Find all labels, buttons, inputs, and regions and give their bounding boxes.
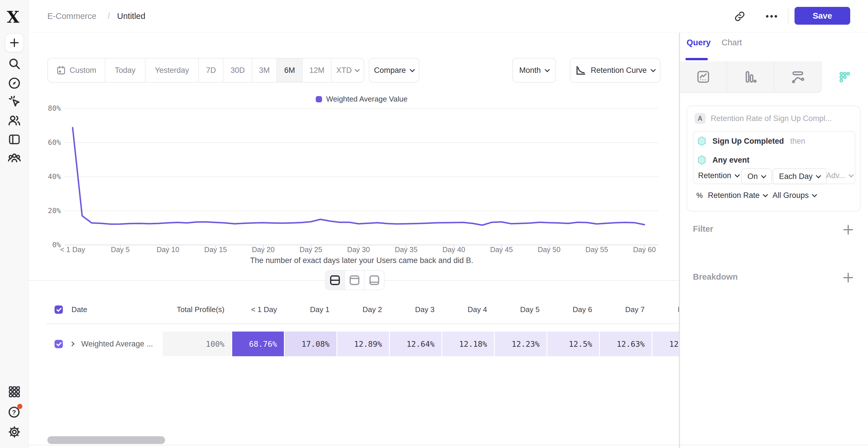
tab-chart[interactable]: Chart (722, 38, 742, 47)
y-axis-tick-label: 20% (29, 207, 61, 215)
criteria-dropdown[interactable]: Retention (698, 171, 739, 180)
help-icon[interactable]: ? (7, 405, 21, 419)
toggle-split-view[interactable] (326, 271, 345, 290)
on-dropdown[interactable]: On (741, 168, 772, 184)
range-label: XTD (336, 66, 352, 75)
compare-button[interactable]: Compare (369, 58, 420, 82)
then-label: then (790, 137, 805, 146)
retention-value-cell[interactable]: 12.63% (600, 332, 652, 356)
horizontal-scrollbar-thumb[interactable] (48, 436, 165, 444)
report-funnels[interactable] (727, 61, 774, 93)
panel-divider (679, 33, 680, 448)
breadcrumb-title[interactable]: Untitled (117, 11, 145, 21)
boards-icon[interactable] (7, 133, 21, 146)
table-row: Weighted Average ... 100%68.76%17.08%12.… (46, 332, 679, 356)
more-options-icon[interactable] (765, 14, 778, 19)
chevron-down-icon (354, 67, 360, 72)
toggle-table-only[interactable] (365, 271, 384, 290)
measure-dropdown[interactable]: Retention Rate (708, 191, 767, 200)
users-icon[interactable] (7, 113, 21, 127)
groups-label: All Groups (772, 191, 809, 200)
range-label: Custom (69, 66, 96, 75)
legend-label: Weighted Average Value (326, 95, 407, 104)
frequency-label: Each Day (779, 172, 813, 181)
range-3m[interactable]: 3M (252, 59, 277, 82)
x-axis-caption: The number of exact days later your User… (65, 256, 659, 265)
save-button[interactable]: Save (795, 7, 850, 25)
first-event-row[interactable]: Sign Up Completed then (698, 136, 805, 146)
chart-legend[interactable]: Weighted Average Value (65, 95, 659, 104)
settings-gear-icon[interactable] (7, 425, 21, 439)
toggle-chart-only[interactable] (345, 271, 365, 290)
mixpanel-logo[interactable]: X (7, 7, 22, 24)
select-all-checkbox[interactable] (55, 306, 63, 314)
cursor-click-icon[interactable] (7, 95, 21, 108)
range-12m[interactable]: 12M (303, 59, 332, 82)
retention-value-cell[interactable]: 17.08% (285, 332, 336, 356)
y-axis-tick-label: 40% (29, 172, 61, 181)
view-toggle-group (325, 270, 384, 290)
split-view-icon (329, 274, 341, 286)
x-axis-tick-label: Day 50 (528, 245, 570, 254)
tab-query[interactable]: Query (687, 38, 711, 47)
query-block-title[interactable]: Retention Rate of Sign Up Compl... (711, 114, 854, 123)
percent-symbol: % (696, 191, 703, 200)
retention-value-cell[interactable]: 68.76% (232, 332, 284, 356)
range-label: 6M (284, 66, 295, 75)
y-axis-tick-label: 80% (29, 104, 61, 112)
table-only-icon (368, 274, 381, 286)
add-filter-button[interactable] (843, 225, 853, 235)
column-header: Day 1 (285, 301, 336, 318)
retention-icon (838, 70, 851, 84)
report-flows[interactable] (774, 61, 822, 93)
x-axis-tick-label: Day 25 (289, 245, 332, 254)
x-axis-tick-label: Day 20 (242, 245, 285, 254)
range-yesterday[interactable]: Yesterday (146, 59, 199, 82)
chart-type-button[interactable]: Retention Curve (570, 58, 660, 82)
chevron-down-icon (761, 173, 766, 178)
cohorts-icon[interactable] (7, 151, 21, 165)
column-header: < 1 Day (232, 301, 284, 318)
retention-value-cell[interactable]: 12.18% (442, 332, 494, 356)
row-checkbox[interactable] (55, 340, 63, 348)
range-today[interactable]: Today (105, 59, 146, 82)
chevron-down-icon (848, 172, 854, 177)
advanced-dropdown[interactable]: Adv... (826, 171, 853, 180)
search-icon[interactable] (7, 57, 21, 71)
expand-row-icon[interactable] (70, 342, 74, 346)
retention-line-chart[interactable] (65, 103, 659, 252)
x-axis-tick-label: Day 15 (194, 245, 237, 254)
groups-dropdown[interactable]: All Groups (772, 191, 816, 200)
row-label: Weighted Average ... (81, 340, 153, 348)
x-axis-tick-label: Day 5 (99, 245, 142, 254)
report-retention[interactable] (822, 61, 868, 93)
retention-value-cell[interactable]: 12.64% (390, 332, 441, 356)
retention-line[interactable] (73, 128, 644, 225)
breadcrumb-project[interactable]: E-Commerce (48, 11, 96, 21)
retention-curve-icon (575, 65, 586, 76)
range-xtd[interactable]: XTD (332, 59, 364, 82)
frequency-dropdown[interactable]: Each Day (773, 168, 827, 184)
returning-event-row[interactable]: Any event (698, 155, 749, 165)
retention-value-cell[interactable]: 12.65% (652, 332, 679, 356)
copy-link-icon[interactable] (734, 11, 745, 22)
discover-compass-icon[interactable] (7, 76, 21, 90)
range-7d[interactable]: 7D (199, 59, 224, 82)
range-custom[interactable]: Custom (48, 59, 105, 82)
table-header-row: Date Total Profile(s)< 1 DayDay 1Day 2Da… (46, 301, 679, 318)
retention-value-cell[interactable]: 12.5% (547, 332, 599, 356)
report-insights[interactable] (680, 61, 727, 93)
range-6m[interactable]: 6M (277, 59, 303, 82)
granularity-button[interactable]: Month (513, 58, 556, 82)
range-30d[interactable]: 30D (224, 59, 252, 82)
breadcrumb-separator: / (107, 11, 110, 21)
create-new-button[interactable] (5, 33, 24, 52)
retention-value-cell[interactable]: 100% (163, 332, 231, 356)
apps-grid-icon[interactable] (7, 385, 21, 399)
retention-value-cell[interactable]: 12.23% (495, 332, 547, 356)
retention-value-cell[interactable]: 12.89% (337, 332, 389, 356)
plus-icon (10, 38, 19, 47)
add-breakdown-button[interactable] (843, 273, 853, 282)
compare-label: Compare (374, 66, 406, 75)
granularity-label: Month (519, 66, 541, 75)
